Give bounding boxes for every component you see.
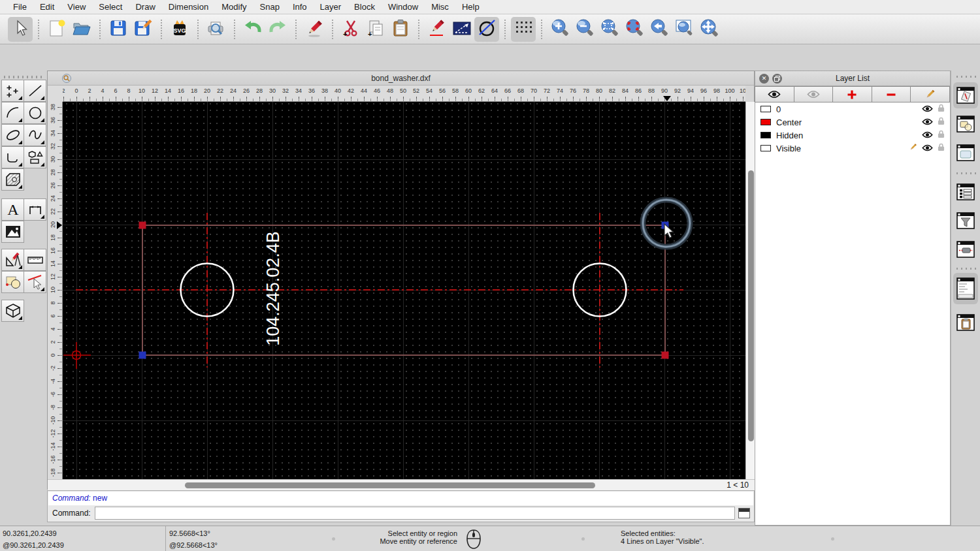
layer-row-visible[interactable]: Visible [755,142,950,155]
dock-block-list-button[interactable] [953,111,978,137]
menu-item-view[interactable]: View [61,0,92,14]
dock-library-browser-button[interactable] [953,140,978,166]
dock-command-widget-button[interactable] [953,273,978,304]
menu-item-info[interactable]: Info [286,0,314,14]
redo-button[interactable] [265,17,290,42]
image-tool-button[interactable] [1,221,24,243]
show-all-layers-button[interactable] [755,86,794,102]
points-tool-button[interactable] [1,80,24,102]
measure-tool-button[interactable] [24,249,46,271]
layer-row-0[interactable]: 0 [755,102,950,116]
dock-pen-palette-button[interactable] [953,82,978,108]
polygon-tool-button[interactable] [24,146,46,168]
dock-layer-filter-button[interactable] [953,208,978,234]
edit-layer-button[interactable] [910,86,950,102]
zoom-out-button[interactable] [572,17,597,42]
snap-grid-button[interactable] [511,17,536,42]
save-as-button[interactable] [131,17,155,42]
menu-item-window[interactable]: Window [382,0,425,14]
layer-visibility-eye-icon[interactable] [922,116,933,128]
dock-dimension-widget-button[interactable] [953,236,978,262]
save-button[interactable] [106,17,131,42]
text-tool-button[interactable]: A [1,198,24,221]
zoom-auto-button[interactable] [597,17,622,42]
layer-row-hidden[interactable]: Hidden [755,129,950,142]
command-input[interactable] [95,507,735,520]
ruler-label: 4 [101,87,104,94]
layer-lock-icon[interactable] [938,116,945,128]
toolbar-separator [504,20,506,39]
new-document-button[interactable] [44,17,69,42]
ruler-cursor-pointer [663,96,671,101]
zoom-previous-button[interactable] [647,17,672,42]
close-icon[interactable]: ✕ [759,74,769,84]
menu-item-dimension[interactable]: Dimension [162,0,215,14]
draft-mode-button[interactable] [474,17,499,42]
polyline-tool-button[interactable] [1,146,24,168]
horizontal-scrollbar-thumb[interactable] [185,482,595,488]
horizontal-ruler: 2024681012141618202224262830323436384042… [63,86,745,102]
zoom-redraw-button[interactable] [622,17,647,42]
zoom-window-button[interactable] [672,17,696,42]
menu-item-misc[interactable]: Misc [425,0,455,14]
remove-layer-button[interactable] [872,86,911,102]
hide-all-layers-button[interactable] [794,86,834,102]
undo-button[interactable] [240,17,265,42]
modify-tool-button[interactable] [1,249,24,271]
menu-item-modify[interactable]: Modify [215,0,253,14]
dock-layer-list-button[interactable] [953,179,978,205]
angle-reference-button[interactable] [449,17,474,42]
layer-row-center[interactable]: Center [755,116,950,129]
menu-item-snap[interactable]: Snap [253,0,286,14]
vertical-scrollbar[interactable] [745,102,755,479]
print-preview-icon [206,18,227,40]
menu-item-layer[interactable]: Layer [314,0,348,14]
drawing-canvas[interactable]: 104.245.02.4B [63,102,745,479]
line-tool-button[interactable] [24,80,46,102]
select-arrow-button[interactable] [8,17,33,42]
arc-tool-button[interactable] [1,102,24,124]
layer-name: Hidden [776,131,803,140]
cut-button[interactable]: + [338,17,363,42]
menu-item-select[interactable]: Select [92,0,129,14]
menu-item-block[interactable]: Block [348,0,382,14]
export-svg-button[interactable]: SVG [167,17,192,42]
zoom-out-icon [574,18,595,41]
ruler-label: 78 [583,87,589,94]
drawing-window-titlebar[interactable]: bond_washer.dxf [48,71,754,86]
spline-tool-button[interactable] [24,124,46,146]
hatch-tool-button[interactable] [1,168,24,191]
delete-entity-button[interactable] [302,17,327,42]
solid-3d-tool-button[interactable] [1,300,24,322]
add-layer-button[interactable] [832,86,872,102]
vertical-scrollbar-thumb[interactable] [748,170,754,441]
menu-item-help[interactable]: Help [455,0,486,14]
layer-visibility-eye-icon[interactable] [922,103,933,115]
command-dock-toggle-button[interactable] [738,508,750,518]
menu-item-draw[interactable]: Draw [129,0,161,14]
ruler-label: -12 [50,427,59,440]
layer-lock-icon[interactable] [938,142,945,154]
zoom-pan-button[interactable] [696,17,721,42]
dimension-tool-button[interactable] [24,198,46,221]
paste-button[interactable] [388,17,413,42]
print-preview-button[interactable] [204,17,229,42]
layer-lock-icon[interactable] [938,129,945,141]
copy-button[interactable]: + [363,17,388,42]
zoom-in-button[interactable] [547,17,572,42]
ruler-label: 58 [452,87,459,94]
menu-item-edit[interactable]: Edit [33,0,61,14]
layer-visibility-eye-icon[interactable] [922,142,933,154]
undock-icon[interactable] [772,74,782,84]
dock-clipboard-button[interactable] [953,309,978,336]
draw-pencil-button[interactable] [425,17,449,42]
open-file-button[interactable] [69,17,94,42]
grip-dot [831,537,834,541]
layer-visibility-eye-icon[interactable] [922,129,933,141]
circle-tool-button[interactable] [24,102,46,124]
layer-lock-icon[interactable] [938,103,945,115]
menu-item-file[interactable]: File [7,0,33,14]
ellipse-tool-button[interactable] [1,124,24,146]
order-tool-button[interactable] [1,271,24,293]
delete-select-tool-button[interactable] [24,271,46,293]
